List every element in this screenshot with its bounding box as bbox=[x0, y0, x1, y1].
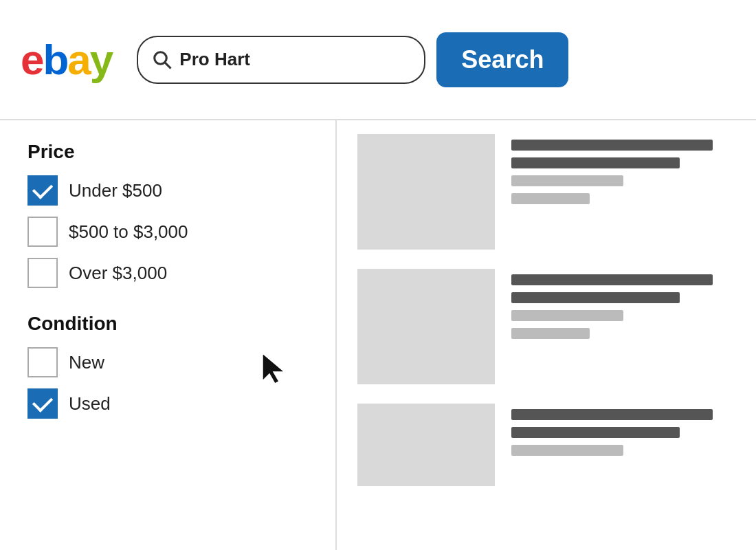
main-content: Price Under $500 $500 to $3,000 Over $3,… bbox=[0, 120, 756, 550]
condition-option-new[interactable]: New bbox=[27, 347, 308, 377]
checkbox-new[interactable] bbox=[27, 347, 58, 377]
ebay-logo: ebay bbox=[21, 38, 112, 81]
result-line bbox=[511, 445, 623, 456]
checkbox-over-3000[interactable] bbox=[27, 258, 58, 288]
logo-b: b bbox=[43, 38, 67, 81]
condition-filter-options: New Used bbox=[27, 347, 308, 419]
checkbox-under-500[interactable] bbox=[27, 175, 58, 206]
search-bar bbox=[137, 36, 425, 84]
condition-option-used[interactable]: Used bbox=[27, 388, 308, 419]
result-line bbox=[511, 274, 713, 285]
price-option-500-3000[interactable]: $500 to $3,000 bbox=[27, 217, 308, 247]
result-item[interactable] bbox=[357, 404, 735, 486]
label-500-3000: $500 to $3,000 bbox=[69, 221, 188, 243]
result-item[interactable] bbox=[357, 134, 735, 250]
checkbox-500-3000[interactable] bbox=[27, 217, 58, 247]
svg-line-1 bbox=[166, 63, 171, 68]
result-thumbnail bbox=[357, 404, 495, 486]
label-over-3000: Over $3,000 bbox=[69, 263, 167, 284]
price-option-under-500[interactable]: Under $500 bbox=[27, 175, 308, 206]
search-icon bbox=[152, 50, 173, 70]
price-filter-title: Price bbox=[27, 141, 308, 163]
sidebar-filters: Price Under $500 $500 to $3,000 Over $3,… bbox=[0, 120, 337, 550]
logo-e: e bbox=[21, 38, 43, 81]
result-text-lines bbox=[511, 134, 735, 204]
result-line bbox=[511, 310, 623, 321]
result-line bbox=[511, 175, 623, 186]
result-line bbox=[511, 328, 590, 339]
label-used: Used bbox=[69, 393, 111, 415]
svg-point-0 bbox=[155, 52, 167, 64]
condition-filter-title: Condition bbox=[27, 313, 308, 335]
result-line bbox=[511, 157, 680, 168]
result-thumbnail bbox=[357, 269, 495, 384]
result-text-lines bbox=[511, 269, 735, 339]
result-line bbox=[511, 292, 680, 303]
result-text-lines bbox=[511, 404, 735, 456]
label-under-500: Under $500 bbox=[69, 180, 162, 201]
search-input[interactable] bbox=[179, 49, 410, 70]
label-new: New bbox=[69, 352, 104, 373]
result-line bbox=[511, 427, 680, 438]
result-thumbnail bbox=[357, 134, 495, 250]
result-line bbox=[511, 409, 713, 420]
search-button[interactable]: Search bbox=[436, 32, 568, 87]
result-line bbox=[511, 140, 713, 151]
price-filter-options: Under $500 $500 to $3,000 Over $3,000 bbox=[27, 175, 308, 288]
price-option-over-3000[interactable]: Over $3,000 bbox=[27, 258, 308, 288]
logo-y: y bbox=[90, 38, 112, 81]
logo-a: a bbox=[67, 38, 89, 81]
results-panel bbox=[337, 120, 756, 550]
result-line bbox=[511, 193, 590, 204]
header: ebay Search bbox=[0, 0, 756, 120]
checkbox-used[interactable] bbox=[27, 388, 58, 419]
result-item[interactable] bbox=[357, 269, 735, 384]
